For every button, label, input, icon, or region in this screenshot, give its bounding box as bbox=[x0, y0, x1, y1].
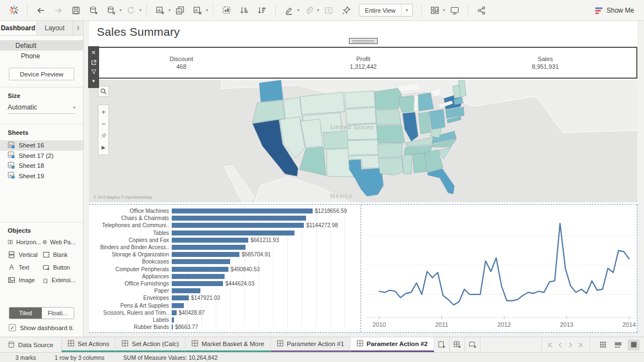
pane-collapse-control[interactable]: ▲▼ bbox=[73, 21, 83, 35]
entire-view-caret[interactable]: ▾ bbox=[401, 4, 412, 16]
data-source-tab[interactable]: Data Source bbox=[0, 337, 62, 352]
new-worksheet-tab-button[interactable] bbox=[434, 337, 450, 352]
paperclip-icon[interactable] bbox=[301, 3, 317, 18]
tiled-button[interactable]: Tiled bbox=[9, 308, 42, 319]
zone-more-options-caret[interactable]: ▼ bbox=[89, 78, 98, 86]
show-mark-labels-icon[interactable] bbox=[320, 3, 337, 18]
last-sheet-button[interactable] bbox=[577, 342, 583, 348]
us-choropleth-map[interactable]: United StatesMexico bbox=[89, 80, 637, 202]
bar-mark[interactable] bbox=[172, 216, 306, 221]
sheet-view-button[interactable] bbox=[627, 339, 640, 350]
tab-dashboard[interactable]: Dashboard bbox=[0, 21, 37, 35]
state-mark-AR[interactable] bbox=[378, 143, 402, 157]
state-mark-MS[interactable] bbox=[402, 155, 412, 174]
remove-zone-icon[interactable]: ✕ bbox=[89, 48, 98, 57]
bar-mark[interactable] bbox=[172, 259, 230, 264]
new-worksheet-icon[interactable] bbox=[152, 3, 168, 18]
state-mark-AZ[interactable] bbox=[299, 147, 326, 175]
state-mark-KS[interactable] bbox=[348, 140, 380, 155]
bar-mark[interactable] bbox=[172, 281, 223, 286]
bar-mark[interactable] bbox=[172, 317, 174, 322]
size-dropdown[interactable]: Automatic ▾ bbox=[8, 103, 75, 114]
object-item-webpa[interactable]: Web Pa... bbox=[42, 238, 76, 246]
back-button[interactable] bbox=[32, 3, 49, 18]
object-item-text[interactable]: AText bbox=[8, 264, 41, 271]
object-item-blank[interactable]: Blank bbox=[42, 251, 76, 259]
device-item-phone[interactable]: Phone bbox=[0, 51, 83, 61]
state-mark-MT[interactable] bbox=[300, 92, 345, 114]
summary-band-zone[interactable]: Discount 468 Profit 1,312,442 Sales 8,95… bbox=[89, 47, 637, 79]
map-view-zone[interactable]: United StatesMexico + − ▶ © 2019 Mapbox … bbox=[89, 80, 637, 202]
clear-sheet-caret[interactable]: ▾ bbox=[206, 8, 208, 13]
map-search-button[interactable] bbox=[98, 86, 109, 97]
highlight-icon[interactable] bbox=[281, 3, 297, 18]
line-series[interactable] bbox=[379, 223, 629, 305]
forward-button[interactable] bbox=[50, 3, 67, 18]
state-mark-ND[interactable] bbox=[345, 91, 375, 108]
sort-ascending-icon[interactable] bbox=[236, 3, 253, 18]
state-mark-IL[interactable] bbox=[402, 112, 418, 141]
state-mark-MN[interactable] bbox=[375, 88, 402, 109]
bar-mark[interactable] bbox=[172, 252, 239, 257]
sheet-list-item[interactable]: Sheet 18 bbox=[0, 161, 83, 171]
bar-mark[interactable] bbox=[172, 288, 200, 293]
refresh-dropdown-caret[interactable]: ▾ bbox=[139, 8, 141, 13]
show-title-checkbox[interactable]: ✓ bbox=[9, 324, 16, 331]
duplicate-sheet-icon[interactable] bbox=[172, 3, 188, 18]
sheet-tab-set-action-calc-[interactable]: Set Action (Calc) bbox=[116, 337, 185, 352]
entire-view-dropdown[interactable]: Entire View ▾ bbox=[359, 4, 412, 17]
highlight-caret[interactable]: ▾ bbox=[297, 8, 299, 13]
line-chart[interactable]: 20102011201220132014 bbox=[361, 205, 637, 332]
previous-sheet-button[interactable] bbox=[558, 342, 563, 348]
bar-mark[interactable] bbox=[172, 238, 248, 243]
presentation-mode-icon[interactable] bbox=[446, 3, 463, 18]
state-mark-WA[interactable] bbox=[259, 80, 283, 102]
show-tabs-view-button[interactable] bbox=[597, 339, 609, 350]
state-mark-AL[interactable] bbox=[413, 153, 426, 173]
bar-mark[interactable] bbox=[172, 231, 294, 235]
bar-chart-zone[interactable]: Office Machines$1218656.59Chairs & Chair… bbox=[89, 205, 361, 332]
bar-mark[interactable] bbox=[172, 325, 173, 330]
go-to-sheet-icon[interactable] bbox=[89, 58, 98, 67]
save-icon[interactable] bbox=[68, 3, 84, 18]
state-mark-OR[interactable] bbox=[253, 100, 285, 123]
pin-icon[interactable] bbox=[338, 3, 354, 18]
bar-mark[interactable] bbox=[172, 245, 245, 250]
bar-mark[interactable] bbox=[172, 209, 313, 213]
share-icon[interactable] bbox=[473, 3, 490, 18]
sheet-list-item[interactable]: Sheet 17 (2) bbox=[0, 151, 83, 161]
device-item-default[interactable]: Default bbox=[0, 40, 83, 51]
floating-button[interactable]: Floati... bbox=[42, 308, 74, 319]
bar-mark[interactable] bbox=[172, 303, 184, 308]
new-story-tab-button[interactable] bbox=[465, 337, 481, 352]
bar-mark[interactable] bbox=[172, 274, 225, 279]
state-mark-IN[interactable] bbox=[419, 112, 431, 134]
zoom-out-button[interactable]: − bbox=[99, 118, 108, 130]
bar-mark[interactable] bbox=[172, 310, 177, 315]
pause-dropdown-caret[interactable]: ▾ bbox=[119, 8, 122, 13]
zoom-home-pin-button[interactable] bbox=[99, 130, 108, 142]
pause-auto-updates-icon[interactable] bbox=[103, 3, 119, 18]
sort-descending-icon[interactable] bbox=[254, 3, 270, 18]
bar-mark[interactable] bbox=[172, 267, 228, 272]
fit-axes-caret[interactable]: ▾ bbox=[443, 8, 445, 13]
line-chart-zone[interactable]: 20102011201220132014 bbox=[361, 205, 637, 332]
state-mark-SC[interactable] bbox=[439, 147, 451, 159]
clear-sheet-icon[interactable] bbox=[189, 3, 206, 18]
state-mark-LA[interactable] bbox=[378, 158, 403, 175]
refresh-data-icon[interactable] bbox=[123, 3, 139, 18]
object-item-extensi[interactable]: Extensi... bbox=[42, 276, 76, 284]
show-me-button[interactable]: Show Me bbox=[590, 4, 638, 17]
sheet-tab-parameter-action-1[interactable]: Parameter Action #1 bbox=[271, 337, 351, 352]
sheet-tab-set-actions[interactable]: Set Actions bbox=[62, 337, 116, 352]
zoom-in-button[interactable]: + bbox=[99, 106, 108, 118]
filmstrip-view-button[interactable] bbox=[612, 339, 624, 350]
state-mark-OH[interactable] bbox=[429, 109, 445, 129]
object-item-horizon[interactable]: Horizon... bbox=[8, 238, 41, 246]
bar-mark[interactable] bbox=[172, 223, 304, 228]
first-sheet-button[interactable] bbox=[548, 342, 553, 348]
paperclip-caret[interactable]: ▾ bbox=[317, 8, 319, 13]
object-item-button[interactable]: Button bbox=[42, 264, 76, 271]
state-mark-MO[interactable] bbox=[376, 125, 405, 143]
state-mark-NH[interactable] bbox=[453, 85, 461, 98]
